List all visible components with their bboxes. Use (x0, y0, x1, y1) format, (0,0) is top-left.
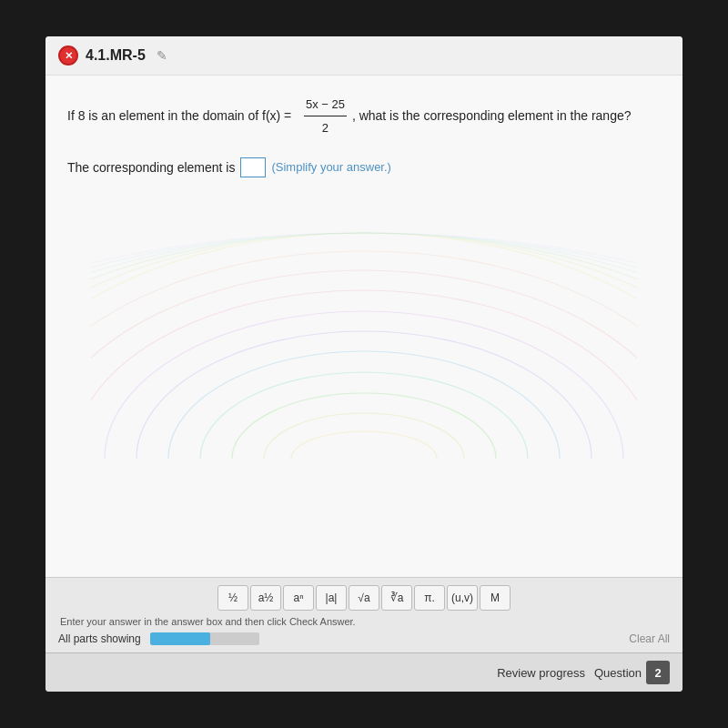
clear-all-button[interactable]: Clear All (629, 632, 670, 645)
svg-point-8 (91, 270, 637, 459)
all-parts-label: All parts showing (58, 632, 141, 645)
svg-point-5 (136, 331, 592, 459)
review-progress-button[interactable]: Review progress (488, 662, 594, 683)
fraction-button[interactable]: ½ (217, 585, 248, 611)
main-screen: 4.1.MR-5 ✎ If 8 is an element in the dom… (46, 36, 682, 692)
problem-id: 4.1.MR-5 (86, 47, 146, 64)
close-button[interactable] (58, 46, 78, 66)
svg-point-1 (264, 413, 464, 459)
sqrt-button[interactable]: √a (349, 585, 379, 611)
svg-point-2 (232, 393, 496, 459)
fraction-numerator: 5x − 25 (304, 94, 347, 116)
svg-point-10 (91, 233, 637, 459)
fraction: 5x − 25 2 (304, 94, 347, 139)
wave-decoration (91, 231, 637, 459)
instruction-text: Enter your answer in the answer box and … (58, 616, 670, 627)
svg-point-15 (91, 233, 637, 459)
cbrt-button[interactable]: ∛a (381, 585, 412, 611)
question-prefix: If 8 is an element in the domain of f(x)… (67, 108, 291, 123)
footer-bar: Review progress Question 2 (46, 652, 682, 692)
svg-point-4 (168, 351, 560, 459)
svg-point-7 (91, 290, 637, 459)
absolute-value-button[interactable]: |a| (316, 585, 347, 611)
exponent-button[interactable]: aⁿ (283, 585, 314, 611)
svg-point-12 (91, 233, 637, 459)
svg-point-9 (91, 251, 637, 459)
answer-input-box[interactable] (240, 157, 266, 177)
svg-point-13 (91, 233, 637, 459)
question-badge: Question 2 (594, 661, 670, 684)
mixed-number-button[interactable]: a½ (250, 585, 281, 611)
question-text: If 8 is an element in the domain of f(x)… (67, 94, 661, 139)
main-content: If 8 is an element in the domain of f(x)… (46, 76, 682, 577)
parts-left: All parts showing (58, 632, 259, 645)
top-bar: 4.1.MR-5 ✎ (46, 36, 682, 76)
svg-point-6 (105, 311, 623, 459)
matrix-button[interactable]: M (480, 585, 511, 611)
parts-row: All parts showing Clear All (58, 632, 670, 645)
math-symbols-row: ½ a½ aⁿ |a| √a ∛a π. (u,v) M (58, 585, 670, 611)
question-number: 2 (646, 661, 670, 684)
progress-bar-fill (150, 632, 210, 645)
answer-line: The corresponding element is (Simplify y… (67, 157, 661, 177)
simplify-text: (Simplify your answer.) (271, 160, 390, 174)
answer-prefix: The corresponding element is (67, 160, 235, 175)
progress-bar-container (150, 632, 259, 645)
svg-point-0 (291, 431, 437, 459)
svg-point-3 (200, 372, 528, 459)
svg-point-14 (91, 233, 637, 459)
pi-button[interactable]: π. (414, 585, 445, 611)
bottom-toolbar: ½ a½ aⁿ |a| √a ∛a π. (u,v) M Enter your … (46, 577, 682, 652)
pencil-icon: ✎ (157, 48, 167, 63)
svg-point-11 (91, 233, 637, 459)
fraction-denominator: 2 (320, 116, 330, 138)
ordered-pair-button[interactable]: (u,v) (447, 585, 478, 611)
question-suffix: , what is the corresponding element in t… (352, 108, 632, 123)
question-label: Question (594, 666, 642, 680)
